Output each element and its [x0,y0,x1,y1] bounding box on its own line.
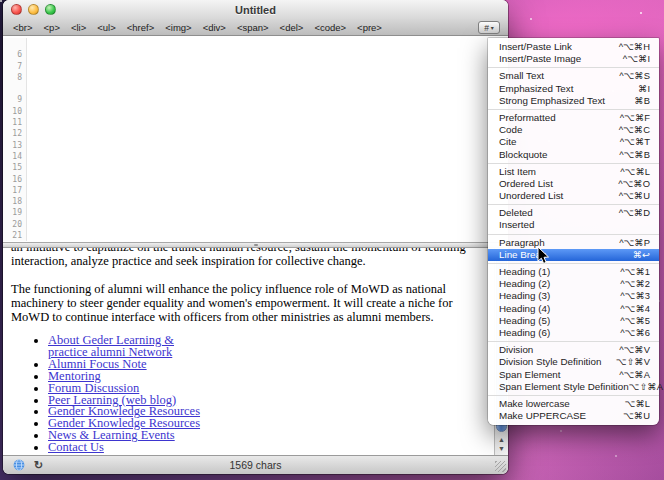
menu-item-insert-paste-image[interactable]: Insert/Paste Image^⌥⌘I [488,53,659,65]
menu-item-label: Insert/Paste Link [499,41,572,53]
toolbar-tag-div[interactable]: <div> [203,22,226,33]
editor-row: 21 [3,230,508,241]
menu-item-code[interactable]: Code^⌥⌘C [488,124,659,136]
scrollbar-arrows[interactable]: ▲ ▼ [495,435,508,453]
menu-item-ordered-list[interactable]: Ordered List^⌥⌘O [488,178,659,190]
status-bar: ↻ 1569 chars [3,455,508,474]
toolbar-tag-ul[interactable]: <ul> [97,22,116,33]
globe-icon[interactable] [13,459,25,471]
menu-item-label: Span Element Style Definition [499,381,629,393]
menu-item-strong-emphasized-text[interactable]: Strong Emphasized Text⌘B [488,95,659,107]
menu-item-shortcut: ⌥⌘L [625,398,650,410]
menu-item-label: Unordered List [499,190,563,202]
preview-link-contact-us[interactable]: Contact Us [48,440,104,454]
char-count: 1569 chars [230,459,282,471]
menu-item-heading-4[interactable]: Heading (4)^⌥⌘4 [488,303,659,315]
preview-pane: an initiative to capitalize on the train… [3,248,508,455]
menu-separator [488,163,659,164]
editor-row: 18 [3,196,508,207]
toolbar-tag-img[interactable]: <img> [165,22,191,33]
editor-row: 9 [3,94,508,105]
menu-item-heading-2[interactable]: Heading (2)^⌥⌘2 [488,278,659,290]
menu-separator [488,234,659,235]
resize-grip[interactable] [495,461,506,472]
menu-item-shortcut: ⌥⇧⌘V [616,356,650,368]
toolbar-tag-li[interactable]: <li> [71,22,86,33]
menu-item-label: Make UPPERCASE [499,410,586,422]
minimize-button[interactable] [28,4,39,15]
menu-item-emphasized-text[interactable]: Emphasized Text⌘I [488,83,659,95]
menu-item-heading-6[interactable]: Heading (6)^⌥⌘6 [488,327,659,339]
traffic-lights [11,4,56,15]
app-window: Untitled <br><p><li><ul><href><img><div>… [3,0,508,474]
code-editor[interactable]: 6789101112131415161718192021 [3,36,508,242]
menu-item-blockquote[interactable]: Blockquote^⌥⌘B [488,149,659,161]
menu-item-small-text[interactable]: Small Text^⌥⌘S [488,70,659,82]
menu-item-heading-3[interactable]: Heading (3)^⌥⌘3 [488,290,659,302]
editor-row: 13 [3,140,508,151]
menu-item-shortcut: ^⌥⌘F [620,112,650,124]
snippet-dropdown-label: # [484,23,489,33]
menu-item-label: Heading (4) [499,303,550,315]
menu-item-span-element[interactable]: Span Element^⌥⌘A [488,369,659,381]
snippet-dropdown-button[interactable]: # ▾ [478,21,500,34]
editor-row: 11 [3,117,508,128]
menu-item-label: Blockquote [499,149,547,161]
menu-item-shortcut: ^⌥⌘U [619,190,650,202]
toolbar-tag-del[interactable]: <del> [280,22,304,33]
toolbar-tag-br[interactable]: <br> [13,22,33,33]
line-number: 10 [3,106,27,117]
menu-item-label: Heading (6) [499,327,550,339]
menu-item-make-lowercase[interactable]: Make lowercase⌥⌘L [488,398,659,410]
menu-item-label: Deleted [499,207,533,219]
toolbar-tag-pre[interactable]: <pre> [357,22,382,33]
menu-item-shortcut: ^⌥⌘1 [620,266,650,278]
menu-separator [488,67,659,68]
menu-item-line-break[interactable]: Line Break⌘↩ [488,249,659,261]
tag-toolbar: <br><p><li><ul><href><img><div><span><de… [3,19,508,36]
menu-item-division[interactable]: Division^⌥⌘V [488,344,659,356]
menu-item-shortcut: ^⌥⌘I [623,53,650,65]
editor-row: 12 [3,128,508,139]
list-item: Contact Us [48,442,486,454]
menu-separator [488,263,659,264]
menu-separator [488,395,659,396]
menu-item-shortcut: ^⌥⌘S [619,70,650,82]
preview-link-about-geder-learning[interactable]: About Geder Learning & practice alumni N… [48,333,174,359]
menu-item-cite[interactable]: Cite^⌥⌘T [488,136,659,148]
menu-item-make-uppercase[interactable]: Make UPPERCASE⌥⌘U [488,410,659,422]
zoom-button[interactable] [45,4,56,15]
menu-item-heading-1[interactable]: Heading (1)^⌥⌘1 [488,266,659,278]
splitter-handle-icon [254,244,258,246]
line-number: 21 [3,230,27,241]
menu-item-deleted[interactable]: Deleted^⌥⌘D [488,207,659,219]
menu-item-shortcut: ^⌥⌘O [618,178,650,190]
refresh-icon[interactable]: ↻ [34,459,43,471]
menu-item-span-element-style-definition[interactable]: Span Element Style Definition⌥⇧⌘A [488,381,659,393]
menu-item-heading-5[interactable]: Heading (5)^⌥⌘5 [488,315,659,327]
menu-item-list-item[interactable]: List Item^⌥⌘L [488,166,659,178]
menu-item-paragraph[interactable]: Paragraph^⌥⌘P [488,237,659,249]
desktop-stars [0,0,2,2]
menu-item-preformatted[interactable]: Preformatted^⌥⌘F [488,112,659,124]
menu-item-inserted[interactable]: Inserted [488,219,659,231]
close-button[interactable] [11,4,22,15]
menu-item-insert-paste-link[interactable]: Insert/Paste Link^⌥⌘H [488,41,659,53]
toolbar-tag-code[interactable]: <code> [314,22,346,33]
menu-item-shortcut: ^⌥⌘P [619,237,650,249]
toolbar-tag-href[interactable]: <href> [127,22,154,33]
toolbar-tag-p[interactable]: <p> [44,22,60,33]
menu-item-label: Division Style Definition [499,356,601,368]
line-number: 17 [3,185,27,196]
line-number: 18 [3,196,27,207]
html-format-menu: Insert/Paste Link^⌥⌘HInsert/Paste Image^… [488,38,659,425]
menu-item-shortcut: ^⌥⌘T [620,136,650,148]
menu-item-shortcut: ^⌥⌘D [619,207,650,219]
editor-row: 7 [3,61,508,72]
menu-item-division-style-definition[interactable]: Division Style Definition⌥⇧⌘V [488,356,659,368]
toolbar-tag-span[interactable]: <span> [237,22,269,33]
menu-item-label: Heading (3) [499,290,550,302]
menu-item-unordered-list[interactable]: Unordered List^⌥⌘U [488,190,659,202]
title-bar[interactable]: Untitled [3,0,508,19]
chevron-down-icon: ▾ [491,24,494,31]
